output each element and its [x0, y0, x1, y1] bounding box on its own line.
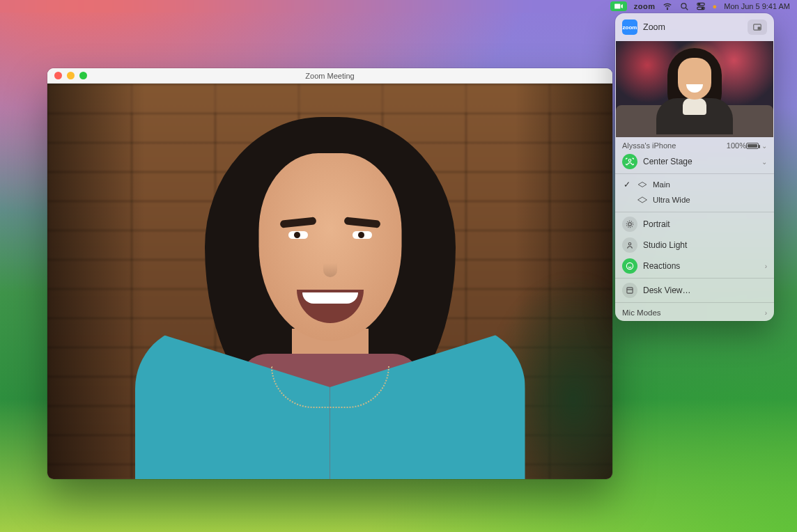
center-stage-icon [622, 154, 637, 169]
desk-view-label: Desk View… [643, 285, 767, 295]
macos-menubar: zoom ● Mon Jun 5 9:41 AM [0, 0, 797, 13]
control-center-menu[interactable] [696, 1, 706, 11]
video-icon [614, 1, 624, 11]
layout-icon [752, 22, 762, 32]
window-fullscreen-button[interactable] [79, 72, 87, 79]
chevron-right-icon: › [765, 263, 767, 270]
zoom-titlebar[interactable]: Zoom Meeting [47, 68, 612, 84]
menubar-datetime[interactable]: Mon Jun 5 9:41 AM [724, 2, 790, 10]
location-indicator: ● [713, 2, 718, 10]
reactions-toggle[interactable]: Reactions › [622, 256, 767, 276]
camera-menubar-indicator[interactable] [610, 1, 627, 11]
mic-modes-label: Mic Modes [622, 308, 762, 317]
lens-ultrawide-icon [637, 196, 647, 203]
cc-app-name: Zoom [643, 22, 742, 32]
battery-icon [746, 143, 759, 149]
svg-point-4 [698, 3, 699, 5]
framing-mode-row[interactable]: Center Stage ⌄ [622, 151, 767, 172]
framing-option-ultra-wide[interactable]: Ultra Wide [622, 192, 767, 208]
desk-view-button[interactable]: Desk View… [622, 280, 767, 301]
lens-main-icon [637, 181, 647, 188]
zoom-app-icon: zoom [622, 19, 637, 35]
svg-rect-7 [758, 26, 761, 29]
window-traffic-lights [47, 72, 87, 79]
svg-point-12 [626, 263, 633, 269]
video-participant [107, 89, 553, 479]
window-minimize-button[interactable] [67, 72, 75, 79]
zoom-window-title: Zoom Meeting [47, 72, 612, 80]
mic-modes-row[interactable]: Mic Modes › [615, 304, 774, 321]
svg-point-0 [667, 9, 667, 10]
camera-battery-pct: 100% [727, 141, 746, 150]
camera-device-row[interactable]: Alyssa's iPhone 100% ⌄ [615, 137, 774, 151]
search-icon [679, 1, 689, 11]
cc-header: zoom Zoom [615, 13, 774, 41]
svg-point-11 [628, 243, 631, 246]
svg-point-10 [626, 221, 633, 227]
menubar-active-app[interactable]: zoom [634, 2, 656, 10]
portrait-toggle[interactable]: Portrait [622, 214, 767, 235]
framing-option-label: Ultra Wide [653, 196, 690, 204]
portrait-label: Portrait [643, 219, 767, 229]
framing-option-label: Main [653, 180, 670, 189]
reactions-label: Reactions [643, 261, 757, 271]
zoom-main-video [47, 84, 612, 479]
studio-light-label: Studio Light [643, 240, 767, 250]
svg-rect-13 [627, 288, 633, 293]
wifi-menu[interactable] [663, 1, 672, 11]
window-layout-button[interactable] [748, 19, 767, 35]
camera-device-name: Alyssa's iPhone [622, 141, 676, 150]
window-close-button[interactable] [54, 72, 62, 79]
framing-options: ✓ Main Ultra Wide [615, 175, 774, 210]
camera-preview [616, 41, 773, 137]
studio-light-icon [622, 237, 637, 253]
reactions-icon [622, 258, 637, 274]
svg-point-8 [628, 159, 631, 162]
framing-mode-label: Center Stage [643, 157, 753, 166]
wifi-icon [663, 1, 672, 11]
chevron-down-icon: ⌄ [761, 158, 767, 166]
chevron-down-icon: ⌄ [761, 142, 767, 150]
svg-point-5 [702, 8, 703, 9]
video-control-panel: zoom Zoom Alyssa's iPhone 100% ⌄ Ce [615, 13, 774, 321]
svg-point-1 [681, 3, 686, 8]
desk-view-icon [622, 283, 637, 298]
spotlight-menu[interactable] [679, 1, 689, 11]
zoom-meeting-window: Zoom Meeting [47, 68, 612, 479]
svg-point-9 [628, 223, 632, 226]
check-icon: ✓ [622, 180, 632, 189]
framing-option-main[interactable]: ✓ Main [622, 177, 767, 192]
control-center-icon [696, 1, 706, 11]
chevron-right-icon: › [765, 309, 767, 317]
studio-light-toggle[interactable]: Studio Light [622, 235, 767, 256]
portrait-icon [622, 217, 637, 232]
